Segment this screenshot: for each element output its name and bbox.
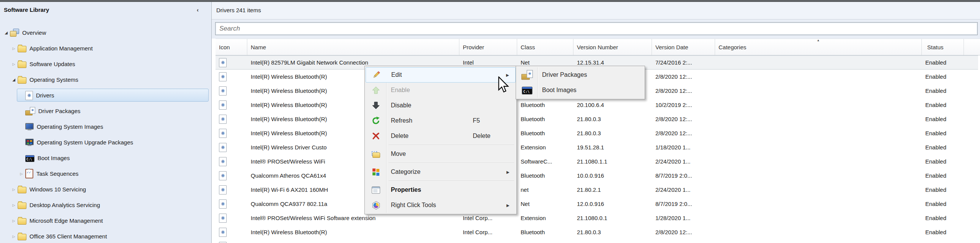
tree-item-software-updates[interactable]: ▷ Software Updates bbox=[0, 56, 212, 72]
column-header-version-number[interactable]: Version Number bbox=[573, 39, 652, 55]
cell-version-date: 7/24/2016 2:... bbox=[652, 59, 715, 66]
table-row[interactable]: ❋ Intel(R) Wireless Bluetooth(R) Intel C… bbox=[216, 225, 978, 239]
table-row[interactable]: ❋ Intel(R) Wireless Bluetooth(R) Bluetoo… bbox=[216, 126, 978, 140]
overview-icon bbox=[10, 29, 19, 37]
collapsed-arrow-icon[interactable]: ▷ bbox=[10, 62, 18, 66]
column-header-version-date[interactable]: Version Date bbox=[652, 39, 715, 55]
collapsed-arrow-icon[interactable]: ▷ bbox=[10, 203, 18, 207]
driver-icon: ❋ bbox=[219, 242, 227, 243]
cell-version-date: 2/8/2020 12:... bbox=[652, 229, 715, 235]
cell-class: Bluetooth bbox=[517, 116, 573, 122]
cell-class: net bbox=[517, 186, 573, 193]
tree-item-windows-10-servicing[interactable]: ▷ Windows 10 Servicing bbox=[0, 181, 212, 197]
collapsed-arrow-icon[interactable]: ▷ bbox=[18, 172, 25, 176]
column-header-categories[interactable]: Categories ▲ bbox=[715, 39, 922, 55]
cell-class: Extension bbox=[517, 215, 573, 221]
menu-item-move[interactable]: Move bbox=[366, 146, 516, 162]
menu-item-properties[interactable]: Properties bbox=[366, 182, 516, 198]
collapsed-arrow-icon[interactable]: ▷ bbox=[10, 188, 18, 191]
menu-separator bbox=[389, 145, 514, 145]
table-row[interactable]: ❋ Intel® PROSet/Wireless WiFi Software e… bbox=[216, 211, 978, 225]
menu-item-disable[interactable]: Disable bbox=[366, 98, 516, 113]
cell-version-date: 1/18/2020 1... bbox=[652, 144, 715, 151]
menu-item-edit[interactable]: Edit ▶ bbox=[366, 67, 516, 83]
table-row[interactable]: ❋ Intel(R) Wireless Driver Custo Extensi… bbox=[216, 140, 978, 154]
collapse-sidebar-icon[interactable]: ‹ bbox=[197, 6, 199, 13]
os-upgrade-package-icon bbox=[25, 139, 34, 146]
menu-item-enable[interactable]: Enable bbox=[366, 83, 516, 98]
cell-class: Bluetooth bbox=[517, 229, 573, 235]
tree-item-desktop-analytics-servicing[interactable]: ▷ Desktop Analytics Servicing bbox=[0, 197, 212, 213]
column-header-name[interactable]: Name bbox=[247, 39, 459, 55]
cell-status: Enabled bbox=[922, 59, 964, 66]
table-row[interactable]: ❋ Intel(R) Wi-Fi 6 AX201 160MH net 21.80… bbox=[216, 183, 978, 197]
expand-arrow-icon[interactable]: ◢ bbox=[2, 31, 10, 35]
cell-status: Enabled bbox=[922, 172, 964, 179]
menu-item-refresh[interactable]: Refresh F5 bbox=[366, 113, 516, 128]
table-row[interactable]: ❋ Intel(R) Wireless Bluetooth(R) Bluetoo… bbox=[216, 112, 978, 126]
cell-status: Enabled bbox=[922, 215, 964, 221]
folder-icon bbox=[18, 77, 26, 84]
tree-item-application-management[interactable]: ▷ Application Management bbox=[0, 40, 212, 56]
cell-version-number: 20.100.6.4 bbox=[573, 102, 652, 108]
menu-separator bbox=[389, 181, 514, 181]
menu-item-delete[interactable]: Delete Delete bbox=[366, 128, 516, 144]
tree-item-drivers[interactable]: ❋ Drivers bbox=[0, 87, 212, 103]
task-sequence-icon bbox=[25, 169, 33, 178]
cell-version-date: 2/24/2020 1... bbox=[652, 158, 715, 165]
search-input[interactable] bbox=[219, 24, 976, 34]
table-row[interactable]: ❋ Intel(R) Wireless Bluetooth(R) Bluetoo… bbox=[216, 98, 978, 112]
table-row[interactable]: ❋ Qualcomm Atheros QCA61x4 Bluetooth 10.… bbox=[216, 168, 978, 183]
cell-status: Enabled bbox=[922, 144, 964, 151]
expand-arrow-icon[interactable]: ◢ bbox=[10, 78, 18, 82]
table-row[interactable]: ❋ Qualcomm QCA9377 802.11a Net 12.0.0.91… bbox=[216, 197, 978, 211]
tree-item-driver-packages[interactable]: Driver Packages bbox=[0, 103, 212, 119]
collapsed-arrow-icon[interactable]: ▷ bbox=[10, 47, 18, 50]
column-header-icon[interactable]: Icon bbox=[216, 39, 247, 55]
menu-item-right-click-tools[interactable]: Right Click Tools ▶ bbox=[366, 198, 516, 213]
cell-version-date: 8/7/2019 2:0... bbox=[652, 201, 715, 207]
table-header-row: Icon Name Provider Class Version Number … bbox=[216, 39, 980, 55]
tree-item-office-365-client-management[interactable]: ▷ Office 365 Client Management bbox=[0, 228, 212, 243]
tree-item-microsoft-edge-management[interactable]: ▷ Microsoft Edge Management bbox=[0, 213, 212, 228]
collapsed-arrow-icon[interactable]: ▷ bbox=[10, 235, 18, 238]
cell-status: Enabled bbox=[922, 158, 964, 165]
column-header-provider[interactable]: Provider bbox=[459, 39, 517, 55]
tree-item-boot-images[interactable]: Boot Images bbox=[0, 150, 212, 166]
driver-package-icon bbox=[25, 107, 35, 115]
table-row[interactable]: ❋ Intel® PROSet/Wireless WiFi SoftwareC.… bbox=[216, 154, 978, 168]
driver-icon: ❋ bbox=[25, 91, 33, 100]
cell-class: Extension bbox=[517, 144, 573, 151]
column-header-class[interactable]: Class bbox=[517, 39, 573, 55]
tree-item-task-sequences[interactable]: ▷ Task Sequences bbox=[0, 166, 212, 181]
tree-item-operating-system-images[interactable]: Operating System Images bbox=[0, 119, 212, 134]
context-menu: Edit ▶ Enable Disable Refresh F5 Delete … bbox=[364, 66, 517, 214]
cell-status: Enabled bbox=[922, 73, 964, 80]
cell-version-date: 2/8/2020 12:... bbox=[652, 116, 715, 122]
tree-item-overview[interactable]: ◢ Overview bbox=[0, 25, 212, 40]
folder-icon bbox=[18, 187, 26, 193]
folder-icon bbox=[18, 218, 26, 225]
column-header-status[interactable]: Status bbox=[922, 39, 964, 55]
collapsed-arrow-icon[interactable]: ▷ bbox=[10, 219, 18, 223]
sidebar-title: Software Library bbox=[4, 6, 49, 13]
folder-icon bbox=[18, 62, 26, 68]
cell-provider: Intel Corp... bbox=[459, 215, 517, 221]
search-box[interactable] bbox=[215, 22, 978, 35]
cell-class: Net bbox=[517, 59, 573, 66]
categorize-squares-icon bbox=[366, 168, 386, 176]
cell-class: Bluetooth bbox=[517, 130, 573, 136]
tree-item-operating-system-upgrade-packages[interactable]: Operating System Upgrade Packages bbox=[0, 134, 212, 150]
submenu-item-driver-packages[interactable]: Driver Packages bbox=[517, 67, 644, 83]
sort-ascending-icon: ▲ bbox=[817, 39, 820, 42]
menu-item-categorize[interactable]: Categorize ▶ bbox=[366, 164, 516, 180]
submenu-item-boot-images[interactable]: Boot Images bbox=[517, 83, 644, 98]
tree-item-operating-systems[interactable]: ◢ Operating Systems bbox=[0, 72, 212, 87]
cell-class: Bluetooth bbox=[517, 102, 573, 108]
cell-status: Enabled bbox=[922, 229, 964, 235]
submenu-arrow-icon: ▶ bbox=[506, 170, 516, 174]
cell-status: Enabled bbox=[922, 186, 964, 193]
driver-package-icon bbox=[517, 71, 537, 79]
table-row[interactable]: ❋ bbox=[216, 239, 978, 243]
cell-status: Enabled bbox=[922, 116, 964, 122]
